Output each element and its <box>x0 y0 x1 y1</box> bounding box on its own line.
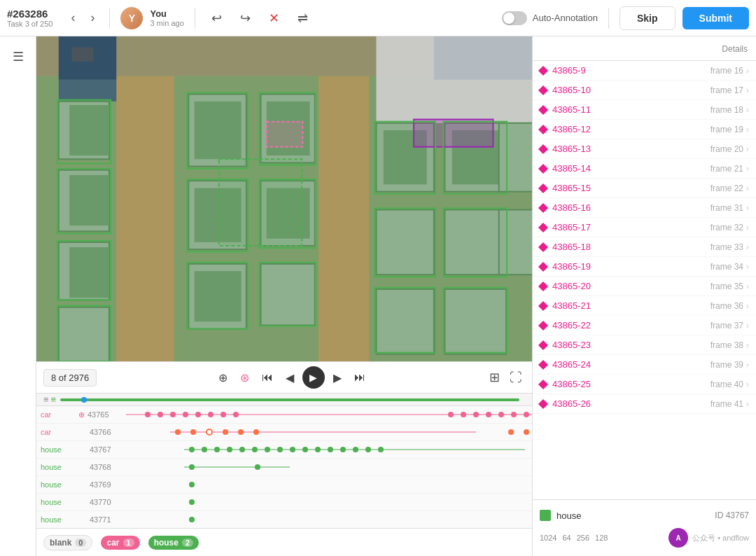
ann-chevron-icon: › <box>746 203 749 213</box>
task-info: #263286 Task 3 of 250 <box>7 8 52 28</box>
track-timeline-car-2[interactable] <box>128 424 532 440</box>
label-chip-blank[interactable]: blank 0 <box>43 535 92 550</box>
ann-id: 43865-20 <box>552 281 710 291</box>
track-row-car-2[interactable]: car 43766 <box>36 424 532 441</box>
skip-button[interactable]: Skip <box>620 6 676 30</box>
svg-rect-55 <box>71 47 93 62</box>
avatar: Y <box>120 7 143 29</box>
dot <box>461 412 466 417</box>
ann-id: 43865-9 <box>552 65 710 76</box>
dot <box>340 447 346 452</box>
prev-frame-button[interactable]: ◀ <box>281 368 298 387</box>
thumbnail-view-button[interactable]: ⊞ <box>486 367 503 388</box>
add-keyframe-button[interactable]: ⊕ <box>214 368 232 387</box>
dot <box>189 464 195 470</box>
cancel-button[interactable]: ✕ <box>263 6 285 30</box>
annotation-row[interactable]: 43865-26 frame 41 › <box>533 394 756 414</box>
ann-diamond <box>538 340 548 349</box>
annotation-row[interactable]: 43865-9 frame 16 › <box>533 61 756 81</box>
svg-rect-13 <box>69 247 109 298</box>
svg-rect-34 <box>376 289 433 354</box>
annotation-row[interactable]: 43865-15 frame 22 › <box>533 179 756 198</box>
ann-diamond <box>538 85 548 95</box>
annotation-row[interactable]: 43865-13 frame 20 › <box>533 139 756 159</box>
arrow-tool-button[interactable]: ⊛ <box>236 368 253 387</box>
annotation-row[interactable]: 43865-24 frame 39 › <box>533 355 756 375</box>
annotation-row[interactable]: 43865-19 frame 34 › <box>533 257 756 277</box>
scrubber-thumb[interactable] <box>81 397 87 403</box>
ann-diamond <box>538 300 548 310</box>
track-timeline-house-43770[interactable] <box>128 494 532 510</box>
redo-button[interactable]: ↪ <box>234 6 256 30</box>
annotation-row[interactable]: 43865-20 frame 35 › <box>533 277 756 296</box>
task-progress: Task 3 of 250 <box>7 20 52 28</box>
annotation-row[interactable]: 43865-17 frame 32 › <box>533 218 756 237</box>
track-row-house-43767[interactable]: house 43767 <box>36 441 532 459</box>
track-row-house-43769[interactable]: house 43769 <box>36 476 532 494</box>
undo-button[interactable]: ↩ <box>206 6 227 30</box>
skip-to-end-button[interactable]: ⏭ <box>350 368 370 387</box>
track-timeline-car-1[interactable] <box>126 406 532 423</box>
submit-button[interactable]: Submit <box>682 7 749 29</box>
ann-chevron-icon: › <box>746 321 749 331</box>
ann-chevron-icon: › <box>746 242 749 252</box>
annotation-row[interactable]: 43865-10 frame 17 › <box>533 81 756 100</box>
dot <box>145 412 150 417</box>
dot <box>189 517 195 522</box>
track-label-car-2: car <box>36 428 78 436</box>
annotation-row[interactable]: 43865-12 frame 19 › <box>533 120 756 139</box>
ann-frame: frame 22 <box>710 183 743 193</box>
label-chip-car[interactable]: car 1 <box>101 536 139 550</box>
track-row-car-1[interactable]: car ⊕ 43765 <box>36 406 532 424</box>
dot <box>214 447 220 452</box>
annotation-row[interactable]: 43865-21 frame 36 › <box>533 296 756 316</box>
canvas-container[interactable] <box>36 36 532 361</box>
user-time: 3 min ago <box>150 19 183 27</box>
track-row-house-43768[interactable]: house 43768 <box>36 459 532 476</box>
track-row-house-43770[interactable]: house 43770 <box>36 494 532 511</box>
annotation-row[interactable]: 43865-11 frame 18 › <box>533 100 756 120</box>
ann-diamond <box>538 320 548 330</box>
annotation-row[interactable]: 43865-14 frame 21 › <box>533 159 756 179</box>
fullscreen-button[interactable]: ⛶ <box>507 367 525 388</box>
track-id-house-43770: 43770 <box>90 498 128 506</box>
annotation-row[interactable]: 43865-25 frame 40 › <box>533 375 756 394</box>
annotation-row[interactable]: 43865-22 frame 37 › <box>533 316 756 335</box>
track-row-house-43771[interactable]: house 43771 <box>36 511 532 528</box>
auto-annotation-switch[interactable] <box>502 11 527 25</box>
track-timeline-house-43771[interactable] <box>128 511 532 528</box>
label-chip-house[interactable]: house 2 <box>148 536 199 550</box>
swap-button[interactable]: ⇌ <box>292 6 314 30</box>
scrubber-progress[interactable] <box>60 398 519 401</box>
aerial-image <box>36 36 532 361</box>
ann-chevron-icon: › <box>746 125 749 134</box>
ann-diamond <box>538 144 548 153</box>
brand-icon: A <box>676 534 680 542</box>
track-timeline-house-43767[interactable] <box>128 441 532 458</box>
skip-to-start-button[interactable]: ⏮ <box>258 368 277 387</box>
watermark-row: 1024 64 256 128 A 公众号 • andflow <box>540 525 749 550</box>
dot <box>498 412 504 417</box>
ann-frame: frame 35 <box>710 282 743 291</box>
timeline-scrubber[interactable]: ≡ ≡ <box>36 393 532 405</box>
house-color-box <box>540 510 551 521</box>
annotation-row[interactable]: 43865-18 frame 33 › <box>533 237 756 257</box>
ann-frame: frame 20 <box>710 144 743 154</box>
annotation-row[interactable]: 43865-16 frame 31 › <box>533 198 756 218</box>
play-button[interactable]: ▶ <box>302 366 325 389</box>
dot <box>473 412 479 417</box>
prev-task-button[interactable]: ‹ <box>66 8 79 28</box>
track-timeline-house-43768[interactable] <box>128 459 532 475</box>
next-frame-button[interactable]: ▶ <box>329 368 346 387</box>
svg-rect-14 <box>59 307 109 361</box>
track-id-house-43769: 43769 <box>90 480 128 489</box>
next-task-button[interactable]: › <box>86 8 99 28</box>
dot <box>508 429 514 435</box>
annotation-row[interactable]: 43865-23 frame 38 › <box>533 335 756 355</box>
auto-annotation-toggle[interactable]: Auto-Annotation <box>502 11 598 25</box>
ann-chevron-icon: › <box>746 399 749 409</box>
track-timeline-house-43769[interactable] <box>128 476 532 493</box>
sidebar-menu-button[interactable]: ☰ <box>7 43 29 70</box>
svg-rect-20 <box>195 271 241 321</box>
svg-rect-7 <box>59 80 116 102</box>
